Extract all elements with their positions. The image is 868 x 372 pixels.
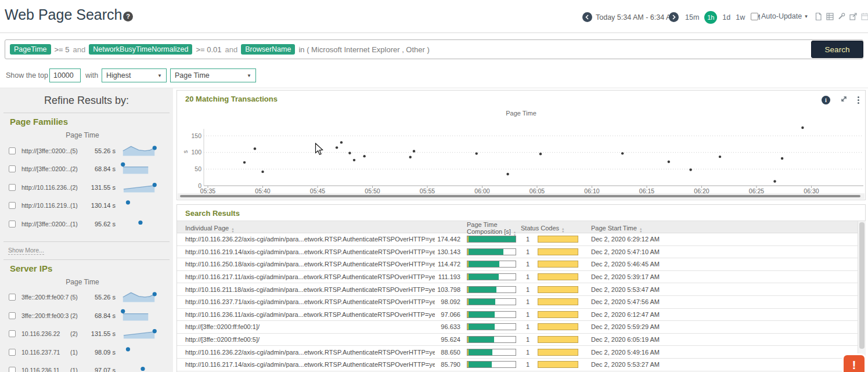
refine-checkbox[interactable] <box>9 165 16 172</box>
scatter-data-point[interactable] <box>506 173 509 175</box>
refine-row[interactable]: http://[3ffe::0200:...(1)95.62 s <box>0 215 173 233</box>
page-url-cell[interactable]: http://10.116.237.71/axis-cgi/admin/para… <box>185 298 435 305</box>
refine-checkbox[interactable] <box>9 294 16 301</box>
table-row[interactable]: http://10.116.211.18/axis-cgi/admin/para… <box>177 283 866 296</box>
refine-row-count: (2) <box>70 184 85 191</box>
table-row[interactable]: http://[3ffe::0200:ff:fe00:5]/95.6241Dec… <box>177 334 866 346</box>
show-more-link[interactable]: Show More... <box>8 247 44 255</box>
query-field-token: NetworkBusyTimeNormalized <box>89 44 192 55</box>
refine-row[interactable]: http://[3ffe::0200:...(5)55.26 s <box>0 142 173 160</box>
refine-row[interactable]: http://10.116.236...(2)131.55 s <box>0 178 173 197</box>
top-count-input[interactable] <box>49 68 81 82</box>
metric-select[interactable]: Page Time ▼ <box>170 68 256 82</box>
page-url-cell[interactable]: http://10.116.211.18/axis-cgi/admin/para… <box>185 286 435 293</box>
refine-checkbox[interactable] <box>9 349 16 356</box>
table-row[interactable]: http://10.116.217.11/axis-cgi/admin/para… <box>177 271 866 284</box>
refine-row[interactable]: 10.116.236.22(2)131.55 s <box>0 325 173 344</box>
composition-bar <box>467 349 516 356</box>
alert-notification-badge[interactable]: ! <box>844 355 865 372</box>
chevron-down-icon[interactable]: ▾ <box>805 13 808 19</box>
sort-icon[interactable]: ▲▼ <box>231 227 234 233</box>
scatter-data-point[interactable] <box>348 152 351 154</box>
refine-checkbox[interactable] <box>9 184 16 191</box>
refine-checkbox[interactable] <box>9 312 16 319</box>
refine-checkbox[interactable] <box>9 330 16 337</box>
table-scrollbar-thumb[interactable] <box>859 222 865 349</box>
column-header-status-codes[interactable]: Status Codes▲▼ <box>517 225 581 233</box>
scatter-data-point[interactable] <box>413 150 415 152</box>
time-preset-15m[interactable]: 15m <box>685 13 699 21</box>
refine-checkbox[interactable] <box>9 221 16 227</box>
page-url-cell[interactable]: http://10.116.217.14/axis-cgi/admin/para… <box>185 361 435 368</box>
page-url-cell[interactable]: http://10.116.219.14/axis-cgi/admin/para… <box>185 248 435 255</box>
kebab-menu-icon[interactable] <box>858 96 859 104</box>
pdf-export-icon[interactable] <box>814 12 823 21</box>
table-row[interactable]: http://10.116.219.14/axis-cgi/admin/para… <box>177 246 866 259</box>
table-row[interactable]: http://10.116.236.11/axis-cgi/admin/para… <box>177 309 866 322</box>
refine-row[interactable]: 3ffe::200:ff:fe00:3(2)68.84 s <box>0 306 173 325</box>
auto-update-checkbox[interactable] <box>751 13 758 20</box>
expand-icon[interactable] <box>840 95 848 105</box>
sort-icon[interactable]: ▲▼ <box>561 227 564 233</box>
chart-horizontal-scrollbar[interactable] <box>178 193 865 199</box>
calendar-icon[interactable] <box>860 12 868 21</box>
refine-row[interactable]: 3ffe::200:ff:fe00:7(5)55.26 s <box>0 288 173 307</box>
chart-scrollbar-thumb[interactable] <box>180 195 860 197</box>
scatter-data-point[interactable] <box>773 180 776 182</box>
scatter-data-point[interactable] <box>476 152 478 154</box>
scatter-data-point[interactable] <box>353 159 355 161</box>
scatter-data-point[interactable] <box>781 157 783 160</box>
scatter-data-point[interactable] <box>363 155 365 157</box>
column-header-page-start-time[interactable]: Page Start Time▲▼ <box>581 225 866 233</box>
refine-checkbox[interactable] <box>9 147 16 154</box>
scatter-data-point[interactable] <box>621 152 624 154</box>
table-row[interactable]: http://[3ffe::0200:ff:fe00:1]/96.6331Dec… <box>177 321 866 334</box>
table-vertical-scrollbar[interactable] <box>858 221 866 372</box>
table-row[interactable]: http://10.116.237.71/axis-cgi/admin/para… <box>177 296 866 309</box>
page-url-cell[interactable]: http://10.116.236.22/axis-cgi/admin/para… <box>185 349 435 356</box>
scatter-data-point[interactable] <box>668 161 670 163</box>
scatter-data-point[interactable] <box>340 141 343 143</box>
table-row[interactable]: http://10.116.217.14/axis-cgi/admin/para… <box>177 359 866 371</box>
order-select[interactable]: Highest ▼ <box>102 68 167 82</box>
page-url-cell[interactable]: http://[3ffe::0200:ff:fe00:1]/ <box>185 323 435 330</box>
page-url-cell[interactable]: http://10.116.250.18/axis-cgi/admin/para… <box>185 261 435 268</box>
refine-row[interactable]: 10.116.237.71(1)98.09 s <box>0 343 173 362</box>
refine-row[interactable]: http://10.116.219...(1)130.14 s <box>0 197 173 215</box>
refine-row[interactable]: http://[3ffe::0200:...(2)68.84 s <box>0 160 173 179</box>
table-row[interactable]: http://10.116.236.22/axis-cgi/admin/para… <box>177 346 866 359</box>
spreadsheet-export-icon[interactable] <box>826 12 834 21</box>
scatter-data-point[interactable] <box>801 127 804 129</box>
page-url-cell[interactable]: http://[3ffe::0200:ff:fe00:5]/ <box>185 336 435 343</box>
scatter-data-point[interactable] <box>243 161 246 164</box>
scatter-data-point[interactable] <box>409 156 412 158</box>
scatter-data-point[interactable] <box>261 171 264 173</box>
search-button[interactable]: Search <box>811 41 863 58</box>
table-row[interactable]: http://10.116.236.22/axis-cgi/admin/para… <box>177 233 866 246</box>
scatter-data-point[interactable] <box>254 147 256 150</box>
page-url-cell[interactable]: http://10.116.217.11/axis-cgi/admin/para… <box>185 273 435 280</box>
scatter-data-point[interactable] <box>719 156 721 158</box>
time-range-label[interactable]: Today 5:34 AM - 6:34 AM <box>596 13 677 21</box>
time-next-button[interactable] <box>669 12 679 22</box>
scatter-data-point[interactable] <box>539 153 542 155</box>
time-preset-1d[interactable]: 1d <box>722 13 730 21</box>
time-prev-button[interactable] <box>582 12 592 22</box>
help-icon[interactable]: ? <box>123 12 133 21</box>
info-icon[interactable]: i <box>822 96 830 104</box>
sort-icon[interactable]: ▲▼ <box>639 227 642 233</box>
wrench-settings-icon[interactable] <box>837 12 846 21</box>
page-url-cell[interactable]: http://10.116.236.22/axis-cgi/admin/para… <box>185 236 435 243</box>
time-preset-1w[interactable]: 1w <box>736 13 745 21</box>
scatter-data-point[interactable] <box>689 168 691 171</box>
page-url-cell[interactable]: http://10.116.236.11/axis-cgi/admin/para… <box>185 311 435 318</box>
refine-checkbox[interactable] <box>9 202 16 209</box>
time-preset-1h[interactable]: 1h <box>704 11 717 24</box>
open-external-icon[interactable] <box>849 12 858 21</box>
refine-row[interactable]: 10.116.236.11(1)97.07 s <box>0 362 173 372</box>
column-header-individual-page[interactable]: Individual Page▲▼ <box>185 225 435 233</box>
table-row[interactable]: http://10.116.250.18/axis-cgi/admin/para… <box>177 258 866 271</box>
query-input[interactable]: PageTime>= 5andNetworkBusyTimeNormalized… <box>5 39 863 59</box>
refine-checkbox[interactable] <box>9 367 16 372</box>
scatter-data-point[interactable] <box>336 146 338 149</box>
